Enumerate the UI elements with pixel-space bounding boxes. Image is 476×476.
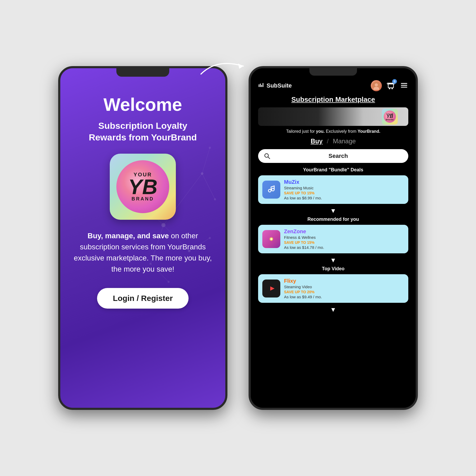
brand-logo-container: YOUR YB BRAND <box>110 154 176 220</box>
tab-manage[interactable]: Manage <box>333 138 356 145</box>
zenzone-category: Fitness & Wellnes <box>284 235 404 240</box>
zenzone-icon <box>262 230 280 248</box>
arrow-overlay <box>196 53 254 79</box>
section-title-bundle: YourBrand "Bundle" Deals <box>251 167 416 173</box>
brand-circle: YOUR YB BRAND <box>116 160 169 213</box>
buy-manage-tabs: Buy / Manage <box>251 138 416 145</box>
svg-rect-32 <box>401 85 407 86</box>
service-card-zenzone[interactable]: ZenZone Fitness & Wellnes SAVE UP TO 15%… <box>258 225 408 253</box>
muzix-price: As low as $8.99 / mo. <box>284 196 404 200</box>
zenzone-details: ZenZone Fitness & Wellnes SAVE UP TO 15%… <box>284 228 404 250</box>
flixy-price: As low as $9.49 / mo. <box>284 295 404 299</box>
subsuite-logo-icon <box>258 82 265 89</box>
right-screen: SubSuite <box>251 68 416 408</box>
banner-yb: YB <box>386 114 393 119</box>
welcome-title: Welcome <box>103 95 182 115</box>
tailored-text: Tailored just for you. Exclusively from … <box>251 129 416 134</box>
service-card-flixy[interactable]: Flixy Steaming Video SAVE UP TO 20% As l… <box>258 274 408 303</box>
subsuite-name: SubSuite <box>267 82 292 89</box>
chevron-down-3[interactable]: ▼ <box>251 306 416 313</box>
flixy-category: Steaming Video <box>284 285 404 289</box>
flixy-details: Flixy Steaming Video SAVE UP TO 20% As l… <box>284 278 404 299</box>
svg-point-29 <box>389 88 390 89</box>
svg-rect-22 <box>261 85 262 87</box>
svg-rect-21 <box>260 84 261 87</box>
section-title-video: Top Video <box>251 266 416 272</box>
marketplace-title: Subscription Marketplace <box>251 95 416 104</box>
brand-text-brand: BRAND <box>132 196 154 202</box>
banner-brand-text: BRAND <box>386 119 394 121</box>
hamburger-icon <box>400 81 408 89</box>
avatar-image <box>372 81 381 90</box>
login-register-button[interactable]: Login / Register <box>97 288 189 309</box>
service-card-muzix[interactable]: MuZix Streaming Music SAVE UP TO 15% As … <box>258 175 408 204</box>
section-title-recommended: Recommended for you <box>251 217 416 222</box>
svg-line-35 <box>268 157 270 159</box>
svg-rect-20 <box>259 84 259 87</box>
left-phone: Welcome Subscription Loyalty Rewards fro… <box>58 66 227 410</box>
cart-badge: 0 <box>392 79 397 84</box>
chevron-down-1[interactable]: ▼ <box>251 207 416 214</box>
flixy-icon <box>262 280 280 298</box>
cart-icon-container[interactable]: 0 <box>386 80 396 91</box>
banner-logo: YOUR YB BRAND <box>382 109 398 125</box>
muzix-details: MuZix Streaming Music SAVE UP TO 15% As … <box>284 179 404 200</box>
svg-point-25 <box>375 83 378 86</box>
svg-rect-31 <box>401 83 407 84</box>
brand-banner: YOUR YB BRAND <box>258 107 408 126</box>
chevron-down-2[interactable]: ▼ <box>251 257 416 264</box>
zenzone-price: As low as $14.78 / mo. <box>284 245 404 250</box>
tab-buy[interactable]: Buy <box>311 138 323 145</box>
brand-yb: YB <box>128 176 157 198</box>
svg-point-30 <box>392 88 393 89</box>
tab-divider: / <box>327 138 329 145</box>
svg-rect-23 <box>263 83 263 87</box>
login-button-label: Login / Register <box>113 294 173 303</box>
svg-rect-33 <box>401 87 407 88</box>
right-phone: SubSuite <box>249 66 418 410</box>
left-screen: Welcome Subscription Loyalty Rewards fro… <box>60 68 225 408</box>
zenzone-name: ZenZone <box>284 228 404 235</box>
subsuite-logo: SubSuite <box>258 82 292 89</box>
zenzone-save: SAVE UP TO 15% <box>284 240 404 245</box>
svg-marker-19 <box>238 63 243 69</box>
search-input-text: Search <box>273 153 403 159</box>
muzix-name: MuZix <box>284 179 404 185</box>
flixy-name: Flixy <box>284 278 404 284</box>
phones-wrapper: Welcome Subscription Loyalty Rewards fro… <box>58 66 418 410</box>
search-bar[interactable]: Search <box>258 149 408 163</box>
left-phone-notch <box>116 68 169 77</box>
banner-logo-inner: YOUR YB BRAND <box>384 111 396 123</box>
arrow-svg <box>196 53 254 79</box>
scene: Welcome Subscription Loyalty Rewards fro… <box>0 0 476 476</box>
app-header: SubSuite <box>251 80 416 91</box>
welcome-subtitle: Subscription Loyalty Rewards from YourBr… <box>89 120 197 143</box>
hamburger-menu[interactable] <box>400 81 408 90</box>
search-icon <box>263 152 271 160</box>
header-icons: 0 <box>371 80 408 91</box>
right-phone-notch <box>309 68 357 76</box>
muzix-save: SAVE UP TO 15% <box>284 191 404 195</box>
muzix-icon <box>262 181 280 199</box>
avatar[interactable] <box>371 80 382 91</box>
svg-point-41 <box>271 238 272 240</box>
flixy-save: SAVE UP TO 20% <box>284 290 404 294</box>
muzix-category: Streaming Music <box>284 186 404 190</box>
welcome-body-text: Buy, manage, and save on other subscript… <box>74 230 212 275</box>
